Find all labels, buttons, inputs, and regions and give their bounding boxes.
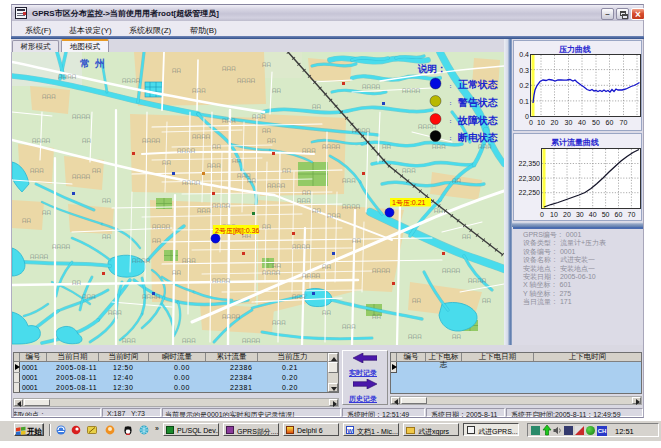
- svg-text:60: 60: [615, 211, 623, 218]
- svg-text:20: 20: [563, 211, 571, 218]
- svg-text:常州: 常州: [80, 58, 110, 69]
- svg-text:0: 0: [529, 119, 533, 126]
- svg-text:20: 20: [551, 119, 559, 126]
- svg-text:60: 60: [606, 119, 614, 126]
- svg-text:10: 10: [550, 211, 558, 218]
- svg-text:30: 30: [565, 119, 573, 126]
- svg-text:累计流量曲线: 累计流量曲线: [550, 137, 599, 147]
- svg-text:正常状态: 正常状态: [458, 79, 498, 90]
- svg-text:2号压[阀]:0.36: 2号压[阀]:0.36: [215, 227, 259, 235]
- svg-text:22,350: 22,350: [519, 160, 541, 167]
- svg-text:故障状态: 故障状态: [457, 115, 498, 126]
- svg-text:1号压:0.21: 1号压:0.21: [392, 199, 426, 206]
- svg-text:30: 30: [576, 211, 584, 218]
- svg-text:：: ：: [448, 135, 453, 141]
- svg-text:0.2: 0.2: [519, 82, 529, 89]
- svg-text:0.4: 0.4: [519, 51, 529, 58]
- svg-text:22,250: 22,250: [519, 189, 541, 196]
- svg-text:说明：: 说明：: [417, 63, 447, 74]
- svg-text:0.3: 0.3: [519, 67, 529, 74]
- svg-text:40: 40: [589, 211, 597, 218]
- svg-text:40: 40: [578, 119, 586, 126]
- svg-text:断电状态: 断电状态: [458, 132, 498, 143]
- svg-text:压力曲线: 压力曲线: [558, 45, 591, 54]
- svg-text:70: 70: [628, 211, 636, 218]
- svg-text:50: 50: [602, 211, 610, 218]
- svg-text:：: ：: [448, 83, 453, 89]
- svg-text:50: 50: [592, 119, 600, 126]
- svg-text:70: 70: [620, 119, 628, 126]
- svg-text:：: ：: [448, 118, 453, 124]
- svg-text:22,300: 22,300: [519, 175, 541, 182]
- svg-text:10: 10: [537, 119, 545, 126]
- svg-text:：: ：: [448, 100, 453, 106]
- svg-text:警告状态: 警告状态: [457, 97, 498, 108]
- svg-text:0.1: 0.1: [519, 98, 529, 105]
- svg-text:0: 0: [540, 211, 544, 218]
